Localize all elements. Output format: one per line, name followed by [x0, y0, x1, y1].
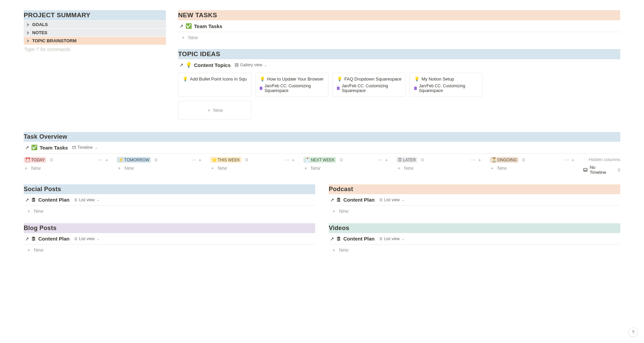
new-topic-card-button[interactable]: + New: [178, 101, 251, 120]
tag-this-week[interactable]: ⭐THIS WEEK: [210, 157, 241, 163]
check-emoji-icon: ✅: [31, 144, 38, 151]
card-title: How to Update Your Browser Icon…: [267, 76, 324, 82]
count: 0: [618, 167, 620, 173]
link-arrow-icon: ↗: [330, 236, 334, 242]
task-overview-section: Task Overview ↗ ✅ Team Tasks Timeline ⌄ …: [24, 132, 620, 175]
videos-title: Videos: [329, 223, 620, 233]
svg-rect-3: [237, 65, 238, 66]
new-podcast-button[interactable]: +New: [329, 206, 620, 214]
hidden-columns-button[interactable]: Hidden columns: [583, 157, 620, 162]
count: 0: [340, 157, 342, 162]
add-button[interactable]: +: [385, 157, 388, 163]
topic-gallery: 💡Add Bullet Point Icons in Squares… 💡How…: [178, 73, 620, 97]
tag-today[interactable]: ⏰TODAY: [24, 157, 46, 163]
add-button[interactable]: +: [478, 157, 481, 163]
new-tasks-section: NEW TASKS ↗ ✅ Team Tasks + New: [178, 10, 620, 40]
content-plan-link-podcast[interactable]: ↗ 🗓 Content Plan List view ⌄: [329, 194, 620, 205]
tag-later[interactable]: 🗓LATER: [396, 157, 417, 163]
new-card-button[interactable]: +New: [303, 163, 388, 171]
add-button[interactable]: +: [198, 157, 201, 163]
new-card-button[interactable]: +New: [117, 163, 201, 171]
list-icon: [379, 198, 383, 202]
no-timeline-group[interactable]: No Timeline 0: [583, 165, 620, 175]
new-card-button[interactable]: +New: [24, 163, 108, 171]
timeline-view-picker[interactable]: Timeline ⌄: [72, 145, 98, 150]
topic-card[interactable]: 💡Add Bullet Point Icons in Squares…: [178, 73, 251, 97]
bulb-emoji-icon: 💡: [186, 62, 192, 68]
plus-icon: +: [331, 248, 336, 252]
blog-posts-section: Blog Posts ↗ 🗓 Content Plan List view ⌄ …: [24, 223, 315, 253]
topic-card[interactable]: 💡My Notion Setup Jan/Feb CC: Customizing…: [410, 73, 483, 97]
tag-tomorrow[interactable]: ⚡TOMORROW: [117, 157, 151, 163]
videos-section: Videos ↗ 🗓 Content Plan List view ⌄ +New: [329, 223, 620, 253]
calendar-emoji-icon: 🗓: [31, 197, 36, 203]
add-button[interactable]: +: [292, 157, 295, 163]
list-icon: [74, 198, 78, 202]
count: 0: [155, 157, 157, 162]
list-view-picker[interactable]: List view ⌄: [74, 236, 100, 241]
content-plan-link-videos[interactable]: ↗ 🗓 Content Plan List view ⌄: [329, 233, 620, 244]
new-label: New: [213, 108, 223, 113]
project-summary-section: PROJECT SUMMARY GOALS NOTES TOPIC BRAINS…: [24, 10, 166, 52]
toggle-topic-brainstorm[interactable]: TOPIC BRAINSTORM: [24, 37, 166, 45]
chevron-down-icon: ⌄: [264, 63, 267, 67]
card-sub: Jan/Feb CC: Customizing Squarespace: [342, 84, 401, 93]
grid-icon: [235, 63, 239, 67]
list-view-picker[interactable]: List view ⌄: [379, 236, 405, 241]
task-overview-title: Task Overview: [24, 132, 620, 142]
team-tasks-link[interactable]: ↗ ✅ Team Tasks: [178, 20, 620, 32]
view-label: Gallery view: [240, 63, 262, 67]
cube-icon: [260, 87, 262, 90]
chevron-down-icon: ⌄: [95, 146, 98, 150]
add-button[interactable]: +: [105, 157, 108, 163]
board-col-this-week: ⭐THIS WEEK 0 ⋯+ +New: [210, 157, 295, 175]
topic-card[interactable]: 💡FAQ Dropdown Squarespace Jan/Feb CC: Cu…: [332, 73, 406, 97]
card-sub: Jan/Feb CC: Customizing Squarespace: [264, 84, 324, 93]
new-task-button[interactable]: + New: [178, 32, 620, 40]
more-button[interactable]: ⋯: [98, 157, 103, 163]
project-summary-title: PROJECT SUMMARY: [24, 10, 166, 20]
more-button[interactable]: ⋯: [285, 157, 290, 163]
new-video-button[interactable]: +New: [329, 245, 620, 253]
linked-db-label: Content Plan: [38, 197, 70, 203]
plus-icon: +: [490, 166, 495, 170]
content-plan-link-social[interactable]: ↗ 🗓 Content Plan List view ⌄: [24, 194, 315, 205]
more-button[interactable]: ⋯: [564, 157, 570, 163]
toggle-notes[interactable]: NOTES: [24, 29, 166, 37]
chevron-down-icon: ⌄: [402, 237, 405, 241]
count: 0: [50, 157, 52, 162]
new-card-button[interactable]: +New: [490, 163, 574, 171]
new-label: New: [311, 165, 320, 171]
svg-rect-2: [235, 65, 236, 66]
svg-rect-0: [235, 64, 236, 65]
board-col-ongoing: ⏳ONGOING 0 ⋯+ +New: [490, 157, 574, 175]
plus-icon: +: [210, 166, 215, 170]
add-button[interactable]: +: [572, 157, 574, 163]
link-arrow-icon: ↗: [25, 197, 29, 203]
plus-icon: +: [181, 35, 186, 40]
new-label: New: [339, 247, 348, 253]
team-tasks-link-2[interactable]: ↗ ✅ Team Tasks Timeline ⌄: [24, 142, 620, 153]
check-emoji-icon: ✅: [186, 23, 192, 29]
new-tasks-title: NEW TASKS: [178, 10, 620, 20]
tag-ongoing[interactable]: ⏳ONGOING: [490, 157, 518, 163]
list-view-picker[interactable]: List view ⌄: [74, 198, 100, 202]
new-card-button[interactable]: +New: [396, 163, 481, 171]
bulb-icon: 💡: [414, 76, 420, 82]
more-button[interactable]: ⋯: [471, 157, 476, 163]
tag-next-week[interactable]: 📩NEXT WEEK: [303, 157, 336, 163]
new-blog-button[interactable]: +New: [24, 245, 315, 253]
more-button[interactable]: ⋯: [191, 157, 196, 163]
more-button[interactable]: ⋯: [378, 157, 383, 163]
new-label: New: [339, 208, 348, 214]
content-plan-link-blog[interactable]: ↗ 🗓 Content Plan List view ⌄: [24, 233, 315, 244]
topic-card[interactable]: 💡How to Update Your Browser Icon… Jan/Fe…: [255, 73, 328, 97]
toggle-goals[interactable]: GOALS: [24, 21, 166, 28]
new-social-button[interactable]: +New: [24, 206, 315, 214]
new-label: New: [497, 165, 507, 171]
content-topics-link[interactable]: ↗ 💡 Content Topics Gallery view ⌄: [178, 59, 620, 71]
new-card-button[interactable]: +New: [210, 163, 295, 171]
command-placeholder[interactable]: Type '/' for commands: [24, 45, 166, 52]
gallery-view-picker[interactable]: Gallery view ⌄: [235, 63, 267, 67]
list-view-picker[interactable]: List view ⌄: [379, 198, 405, 202]
